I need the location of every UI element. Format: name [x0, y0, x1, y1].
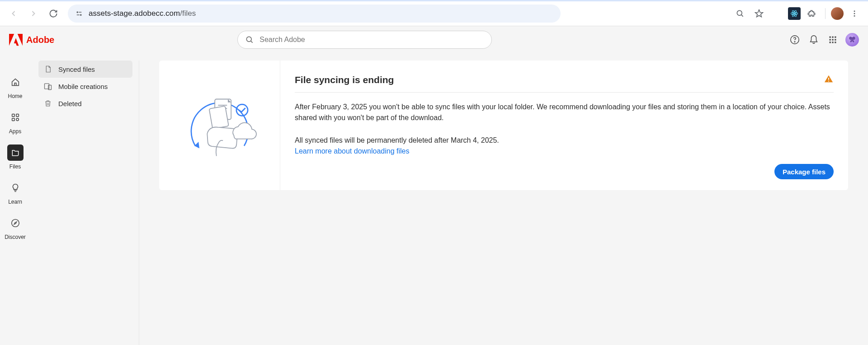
svg-rect-19: [832, 37, 833, 38]
file-icon: [43, 64, 53, 74]
rail-discover[interactable]: Discover: [5, 215, 26, 240]
svg-line-15: [251, 41, 253, 43]
arrow-left-icon: [9, 9, 18, 18]
reload-icon: [49, 9, 58, 18]
react-icon: [790, 9, 798, 18]
main-panel: File syncing is ending After February 3,…: [139, 61, 868, 345]
banner-illustration: [159, 61, 280, 190]
devices-icon: [43, 81, 53, 91]
search-bar[interactable]: [237, 31, 492, 49]
rail-home[interactable]: Home: [7, 74, 24, 99]
brand-label: Adobe: [26, 35, 54, 45]
rail-label: Apps: [9, 128, 21, 135]
extensions-button[interactable]: [803, 5, 820, 22]
rail-label: Learn: [8, 199, 22, 205]
browser-reload-button[interactable]: [45, 5, 61, 22]
svg-rect-44: [828, 81, 829, 82]
trash-icon: [43, 98, 53, 108]
svg-point-10: [794, 13, 795, 14]
site-info-icon[interactable]: [74, 9, 84, 19]
home-icon: [10, 77, 20, 87]
banner-actions: Package files: [295, 157, 834, 179]
svg-rect-27: [12, 114, 14, 117]
sync-ending-banner: File syncing is ending After February 3,…: [159, 61, 848, 190]
rail-label: Home: [8, 93, 22, 99]
banner-paragraph-1: After February 3, 2025 you won't be able…: [295, 102, 834, 123]
zoom-button[interactable]: [732, 5, 748, 22]
svg-rect-25: [832, 42, 833, 43]
search-input[interactable]: [259, 36, 484, 44]
browser-back-button[interactable]: [5, 5, 22, 22]
compass-icon: [10, 218, 20, 228]
svg-rect-28: [16, 114, 19, 117]
user-avatar[interactable]: [845, 33, 859, 47]
svg-point-31: [11, 219, 19, 227]
banner-body: File syncing is ending After February 3,…: [280, 61, 848, 190]
browser-forward-button[interactable]: [25, 5, 42, 22]
subnav-mobile-creations[interactable]: Mobile creations: [38, 78, 132, 95]
apps-icon: [10, 112, 20, 122]
banner-title-row: File syncing is ending: [295, 74, 834, 93]
svg-line-5: [741, 15, 743, 17]
apps-grid-icon: [828, 35, 837, 44]
tune-icon: [75, 9, 83, 18]
learn-more-link[interactable]: Learn more about downloading files: [295, 147, 410, 155]
adobe-logo-icon: [9, 33, 23, 46]
rail-apps[interactable]: Apps: [7, 109, 24, 135]
content-area: Synced files Mobile creations Deleted: [30, 53, 868, 345]
browser-actions: [732, 5, 863, 22]
svg-rect-29: [12, 118, 14, 121]
svg-point-11: [854, 10, 855, 12]
svg-marker-32: [14, 222, 17, 224]
svg-rect-21: [830, 39, 831, 40]
browser-profile-avatar[interactable]: [831, 7, 844, 20]
svg-rect-26: [835, 42, 836, 43]
rail-files[interactable]: Files: [7, 145, 24, 170]
svg-point-17: [794, 42, 795, 42]
magnify-icon: [736, 9, 745, 18]
subnav-deleted[interactable]: Deleted: [38, 95, 132, 112]
svg-rect-22: [832, 39, 833, 40]
svg-rect-18: [830, 37, 831, 38]
package-files-button[interactable]: Package files: [774, 164, 834, 179]
svg-rect-43: [828, 78, 829, 80]
left-rail: Home Apps Files Learn Discover: [0, 26, 30, 345]
url-text: assets-stage.adobecc.com/files: [89, 9, 196, 18]
files-subnav: Synced files Mobile creations Deleted: [30, 61, 139, 345]
banner-paragraph-2: All synced files will be permanently del…: [295, 135, 834, 157]
svg-rect-41: [209, 106, 228, 129]
svg-rect-20: [835, 37, 836, 38]
rail-label: Discover: [5, 234, 26, 240]
subnav-label: Deleted: [58, 100, 82, 107]
warning-icon: [824, 74, 834, 86]
browser-menu-button[interactable]: [846, 5, 863, 22]
svg-rect-24: [830, 42, 831, 43]
help-icon: [790, 35, 800, 45]
puzzle-icon: [807, 9, 816, 18]
browser-toolbar: assets-stage.adobecc.com/files: [0, 0, 868, 26]
rail-learn[interactable]: Learn: [7, 180, 24, 205]
svg-point-12: [854, 13, 855, 14]
app-switcher-button[interactable]: [826, 33, 839, 46]
address-bar[interactable]: assets-stage.adobecc.com/files: [68, 5, 561, 23]
lightbulb-icon: [10, 183, 20, 193]
bookmark-button[interactable]: [751, 5, 767, 22]
star-icon: [755, 9, 764, 18]
svg-marker-6: [755, 10, 763, 17]
help-button[interactable]: [788, 33, 801, 46]
subnav-synced-files[interactable]: Synced files: [38, 61, 132, 78]
svg-point-0: [77, 12, 78, 13]
header-actions: [788, 33, 859, 47]
react-devtools-extension[interactable]: [788, 7, 801, 20]
folder-icon: [11, 148, 20, 157]
app-header: Adobe: [0, 26, 868, 53]
svg-rect-23: [835, 39, 836, 40]
arrow-right-icon: [29, 9, 38, 18]
sync-illustration-icon: [179, 85, 260, 166]
separator: [825, 8, 826, 19]
adobe-brand[interactable]: Adobe: [9, 33, 54, 46]
notifications-button[interactable]: [807, 33, 820, 46]
search-icon: [245, 35, 254, 44]
svg-point-2: [80, 14, 81, 15]
kebab-icon: [850, 9, 859, 18]
